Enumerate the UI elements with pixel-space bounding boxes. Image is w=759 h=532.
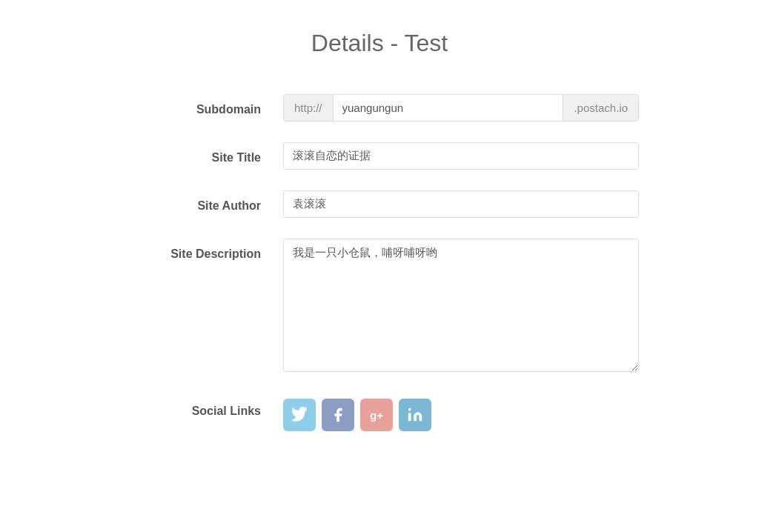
- facebook-icon: [330, 407, 346, 423]
- subdomain-label: Subdomain: [120, 94, 283, 118]
- googleplus-icon: g+: [370, 409, 383, 422]
- social-links-control: g+: [283, 396, 639, 431]
- facebook-button[interactable]: [322, 399, 354, 431]
- googleplus-button[interactable]: g+: [360, 399, 393, 431]
- linkedin-button[interactable]: [399, 399, 431, 431]
- twitter-button[interactable]: [283, 399, 316, 431]
- site-description-label: Site Description: [120, 239, 283, 262]
- site-author-input[interactable]: [283, 190, 639, 218]
- page-container: Details - Test Subdomain http:// .postac…: [120, 30, 639, 452]
- social-links-label: Social Links: [120, 396, 283, 419]
- subdomain-wrap: http:// .postach.io: [283, 94, 639, 122]
- site-description-control: [283, 239, 639, 375]
- twitter-icon: [291, 407, 308, 423]
- site-description-input[interactable]: [283, 239, 639, 372]
- site-author-label: Site Author: [120, 190, 283, 214]
- site-title-group: Site Title: [120, 142, 639, 170]
- site-title-control: [283, 142, 639, 170]
- subdomain-suffix: .postach.io: [563, 95, 638, 121]
- subdomain-group: Subdomain http:// .postach.io: [120, 94, 639, 122]
- svg-point-0: [408, 408, 411, 411]
- social-links-group: Social Links g+: [120, 396, 639, 431]
- site-title-input[interactable]: [283, 142, 639, 170]
- social-links-wrap: g+: [283, 396, 639, 431]
- site-author-control: [283, 190, 639, 218]
- page-title: Details - Test: [120, 30, 639, 57]
- linkedin-icon: [407, 407, 423, 423]
- subdomain-prefix: http://: [284, 95, 334, 121]
- subdomain-input[interactable]: [334, 95, 563, 121]
- subdomain-control: http:// .postach.io: [283, 94, 639, 122]
- site-title-label: Site Title: [120, 142, 283, 166]
- site-description-group: Site Description: [120, 239, 639, 375]
- site-author-group: Site Author: [120, 190, 639, 218]
